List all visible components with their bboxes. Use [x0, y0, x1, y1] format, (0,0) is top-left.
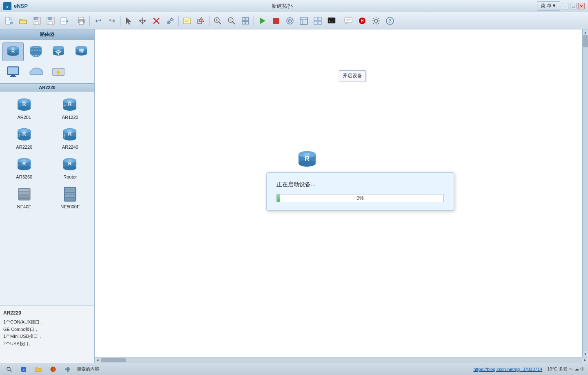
- taskbar-app[interactable]: e: [18, 365, 29, 373]
- device-item-ar201[interactable]: R AR201: [2, 94, 46, 121]
- save-button[interactable]: [44, 14, 57, 27]
- device-item-ne40e[interactable]: NE40E: [2, 183, 46, 211]
- huawei-button[interactable]: H: [356, 14, 369, 27]
- ar2220-label: AR2220: [16, 145, 32, 150]
- zoom-in-button[interactable]: [211, 14, 224, 27]
- svg-rect-37: [246, 18, 249, 20]
- icon-power[interactable]: [48, 63, 69, 81]
- maximize-button[interactable]: □: [570, 3, 577, 9]
- icon-cloud[interactable]: [25, 63, 47, 81]
- router-icon: R: [61, 155, 79, 174]
- scroll-right-arrow[interactable]: ►: [582, 357, 588, 363]
- device-item-ar3260[interactable]: R AR3260: [2, 154, 46, 181]
- hscroll-thumb[interactable]: [101, 358, 126, 362]
- start-button[interactable]: [256, 14, 269, 27]
- svg-rect-12: [48, 17, 52, 20]
- taskbar-browser[interactable]: [47, 365, 59, 373]
- svg-line-32: [218, 22, 221, 24]
- delete-button[interactable]: [150, 14, 163, 27]
- select-button[interactable]: [122, 14, 135, 27]
- canvas-router[interactable]: R: [295, 148, 319, 170]
- svg-text:R: R: [22, 161, 26, 167]
- new-button[interactable]: +: [2, 14, 16, 27]
- icon-grid-router[interactable]: [71, 42, 92, 61]
- icon-wifi[interactable]: [48, 42, 69, 61]
- chat-button[interactable]: [342, 14, 355, 27]
- move-button[interactable]: [136, 14, 149, 27]
- grid-button[interactable]: [311, 14, 324, 27]
- scroll-down-arrow[interactable]: ▼: [583, 351, 588, 357]
- taskbar-search[interactable]: [3, 365, 15, 373]
- note-button[interactable]: [180, 14, 194, 27]
- undo-button[interactable]: ↩: [91, 14, 105, 27]
- app-name: eNSP: [14, 3, 28, 9]
- svg-point-162: [7, 367, 10, 371]
- scroll-up-arrow[interactable]: ▲: [583, 29, 588, 35]
- svg-rect-49: [300, 17, 307, 25]
- icon-monitor[interactable]: [2, 63, 24, 81]
- scroll-thumb[interactable]: [583, 35, 588, 47]
- minimize-button[interactable]: －: [562, 3, 568, 9]
- svg-point-123: [18, 136, 20, 137]
- device-list-wrapper: R AR201 R: [0, 92, 94, 306]
- svg-rect-14: [61, 18, 67, 24]
- import-button[interactable]: [58, 14, 71, 27]
- ne40e-label: NE40E: [17, 204, 31, 209]
- device-list-scroll[interactable]: R AR201 R: [0, 92, 94, 306]
- canvas-hscroll[interactable]: ◄ ►: [95, 357, 588, 363]
- scroll-track[interactable]: [583, 35, 588, 351]
- svg-text:?: ?: [388, 18, 391, 24]
- menu-button[interactable]: 菜 单▼: [537, 1, 560, 11]
- topo-button[interactable]: [297, 14, 310, 27]
- canvas-with-scroll: 开启设备 R 正在启动设备...: [95, 29, 588, 357]
- svg-point-115: [64, 105, 66, 106]
- redo-button[interactable]: ↪: [105, 14, 118, 27]
- scroll-left-arrow[interactable]: ◄: [95, 357, 100, 363]
- taskbar-tool[interactable]: [62, 365, 74, 373]
- help-button[interactable]: ?: [383, 14, 396, 27]
- svg-rect-148: [19, 195, 29, 197]
- device-list: R AR201 R: [0, 92, 94, 213]
- settings-button[interactable]: [370, 14, 383, 27]
- device-item-ar2240[interactable]: R AR2240: [49, 124, 92, 151]
- app-logo: e: [3, 2, 11, 10]
- print-button[interactable]: [75, 14, 88, 27]
- toolbar: + AS ↩ ↪: [0, 12, 588, 29]
- link-button[interactable]: [164, 14, 177, 27]
- sep7: [340, 16, 340, 26]
- svg-text:▶_: ▶_: [329, 19, 333, 23]
- svg-point-64: [374, 19, 378, 22]
- device-description: AR2220 1个CON/AUX接口， GE Combo接口， 1个Mini U…: [0, 306, 94, 363]
- fit-button[interactable]: [239, 14, 252, 27]
- svg-rect-98: [8, 67, 18, 74]
- ar2240-label: AR2240: [62, 145, 78, 150]
- icon-router-r[interactable]: R: [2, 42, 24, 61]
- shape-button[interactable]: [194, 14, 207, 27]
- svg-rect-41: [273, 18, 279, 24]
- svg-point-144: [67, 159, 73, 162]
- device-item-ar2220[interactable]: R AR2220: [2, 124, 46, 151]
- stop-button[interactable]: [270, 14, 283, 27]
- right-scrollbar[interactable]: ▲ ▼: [582, 29, 588, 357]
- description-title: AR2220: [3, 309, 91, 317]
- device-item-router[interactable]: R Router: [49, 154, 92, 181]
- terminal-button[interactable]: ▶_: [325, 14, 338, 27]
- svg-line-35: [232, 22, 235, 24]
- close-button[interactable]: ×: [578, 3, 585, 9]
- device-item-ar1220[interactable]: R AR1220: [49, 94, 92, 121]
- svg-rect-155: [65, 198, 75, 201]
- canvas-area[interactable]: 开启设备 R 正在启动设备...: [95, 29, 582, 357]
- packet-capture-button[interactable]: [283, 14, 296, 27]
- svg-point-72: [11, 47, 16, 49]
- svg-rect-36: [242, 18, 245, 20]
- description-line1: 1个CON/AUX接口，: [3, 319, 91, 326]
- open-button[interactable]: [16, 14, 29, 27]
- save-as-button[interactable]: AS: [30, 14, 43, 27]
- svg-text:+: +: [11, 22, 12, 25]
- svg-point-132: [64, 137, 65, 138]
- icon-network[interactable]: [25, 42, 47, 61]
- zoom-out-button[interactable]: [225, 14, 238, 27]
- device-item-ne5000e[interactable]: NE5000E: [49, 183, 92, 211]
- hscroll-track[interactable]: [100, 358, 582, 363]
- taskbar-folder[interactable]: [33, 365, 44, 373]
